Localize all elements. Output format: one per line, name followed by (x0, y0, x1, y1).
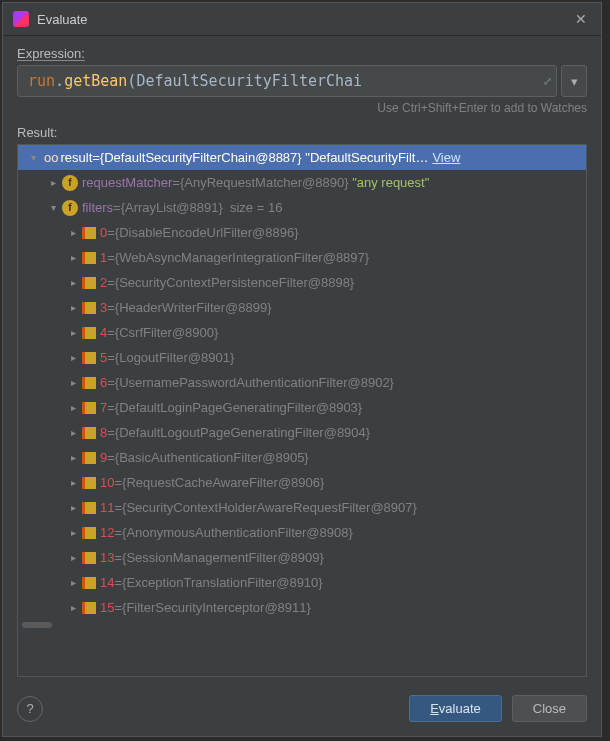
element-icon (82, 502, 96, 514)
chevron-down-icon[interactable] (46, 202, 60, 213)
node-value: {DefaultLogoutPageGeneratingFilter@8904} (115, 425, 370, 440)
glasses-icon: oo (44, 150, 58, 165)
tree-item[interactable]: 14 = {ExceptionTranslationFilter@8910} (18, 570, 586, 595)
eq: = (172, 175, 180, 190)
help-button[interactable]: ? (17, 696, 43, 722)
hint-text: Use Ctrl+Shift+Enter to add to Watches (17, 101, 587, 115)
tree-item[interactable]: 5 = {LogoutFilter@8901} (18, 345, 586, 370)
element-icon (82, 552, 96, 564)
eq: = (114, 475, 122, 490)
expression-input[interactable]: run.getBean(DefaultSecurityFilterChai ⤢ (17, 65, 557, 97)
evaluate-button[interactable]: Evaluate (409, 695, 502, 722)
eq: = (107, 450, 115, 465)
eq: = (107, 350, 115, 365)
node-index: 0 (100, 225, 107, 240)
element-icon (82, 302, 96, 314)
element-icon (82, 452, 96, 464)
eq: = (107, 275, 115, 290)
node-value: {DefaultLoginPageGeneratingFilter@8903} (115, 400, 362, 415)
node-text: "any request" (352, 175, 429, 190)
field-icon: f (62, 175, 78, 191)
element-icon (82, 427, 96, 439)
tree-item[interactable]: 4 = {CsrfFilter@8900} (18, 320, 586, 345)
chevron-right-icon[interactable] (66, 327, 80, 338)
chevron-right-icon[interactable] (66, 402, 80, 413)
chevron-right-icon[interactable] (66, 602, 80, 613)
node-value: {FilterSecurityInterceptor@8911} (122, 600, 311, 615)
eq: = (114, 550, 122, 565)
chevron-right-icon[interactable] (66, 527, 80, 538)
node-size: size = 16 (230, 200, 282, 215)
element-icon (82, 327, 96, 339)
app-icon (13, 11, 29, 27)
tree-item[interactable]: 8 = {DefaultLogoutPageGeneratingFilter@8… (18, 420, 586, 445)
node-index: 9 (100, 450, 107, 465)
eq: = (114, 600, 122, 615)
tree-field-filters[interactable]: f filters = {ArrayList@8891} size = 16 (18, 195, 586, 220)
node-value: {RequestCacheAwareFilter@8906} (122, 475, 324, 490)
chevron-right-icon[interactable] (66, 302, 80, 313)
eq: = (107, 250, 115, 265)
eq: = (114, 525, 122, 540)
close-button[interactable]: Close (512, 695, 587, 722)
eq: = (107, 375, 115, 390)
chevron-right-icon[interactable] (66, 577, 80, 588)
tree-item[interactable]: 7 = {DefaultLoginPageGeneratingFilter@89… (18, 395, 586, 420)
tree-item[interactable]: 10 = {RequestCacheAwareFilter@8906} (18, 470, 586, 495)
chevron-right-icon[interactable] (66, 227, 80, 238)
chevron-right-icon[interactable] (66, 552, 80, 563)
chevron-right-icon[interactable] (66, 377, 80, 388)
node-index: 15 (100, 600, 114, 615)
chevron-right-icon[interactable] (46, 177, 60, 188)
tree-field-requestmatcher[interactable]: f requestMatcher = {AnyRequestMatcher@88… (18, 170, 586, 195)
node-value: {CsrfFilter@8900} (115, 325, 219, 340)
chevron-right-icon[interactable] (66, 252, 80, 263)
expression-history-dropdown[interactable]: ▾ (561, 65, 587, 97)
element-icon (82, 252, 96, 264)
chevron-right-icon[interactable] (66, 352, 80, 363)
element-icon (82, 277, 96, 289)
element-icon (82, 527, 96, 539)
result-tree[interactable]: oo result = {DefaultSecurityFilterChain@… (17, 144, 587, 677)
chevron-right-icon[interactable] (66, 477, 80, 488)
expr-class: DefaultSecurityFilterChai (136, 72, 362, 90)
tree-item[interactable]: 3 = {HeaderWriterFilter@8899} (18, 295, 586, 320)
element-icon (82, 602, 96, 614)
node-index: 5 (100, 350, 107, 365)
tree-item[interactable]: 11 = {SecurityContextHolderAwareRequestF… (18, 495, 586, 520)
tree-item[interactable]: 12 = {AnonymousAuthenticationFilter@8908… (18, 520, 586, 545)
element-icon (82, 227, 96, 239)
tree-item[interactable]: 1 = {WebAsyncManagerIntegrationFilter@88… (18, 245, 586, 270)
result-label: Result: (17, 125, 587, 140)
node-value: {UsernamePasswordAuthenticationFilter@89… (115, 375, 394, 390)
element-icon (82, 377, 96, 389)
node-index: 1 (100, 250, 107, 265)
tree-item[interactable]: 0 = {DisableEncodeUrlFilter@8896} (18, 220, 586, 245)
chevron-down-icon[interactable] (26, 152, 40, 163)
eq: = (107, 425, 115, 440)
expression-label: Expression: (17, 46, 587, 61)
view-link[interactable]: View (432, 150, 460, 165)
tree-item[interactable]: 6 = {UsernamePasswordAuthenticationFilte… (18, 370, 586, 395)
expand-icon[interactable]: ⤢ (543, 75, 552, 88)
node-index: 3 (100, 300, 107, 315)
close-icon[interactable]: ✕ (571, 9, 591, 29)
element-icon (82, 402, 96, 414)
titlebar[interactable]: Evaluate ✕ (3, 3, 601, 36)
chevron-right-icon[interactable] (66, 427, 80, 438)
tree-item[interactable]: 9 = {BasicAuthenticationFilter@8905} (18, 445, 586, 470)
chevron-right-icon[interactable] (66, 452, 80, 463)
tree-item[interactable]: 15 = {FilterSecurityInterceptor@8911} (18, 595, 586, 620)
horizontal-scrollbar[interactable] (18, 620, 586, 630)
tree-item[interactable]: 13 = {SessionManagementFilter@8909} (18, 545, 586, 570)
eq: = (114, 500, 122, 515)
expr-method: getBean (64, 72, 127, 90)
expr-var: run (28, 72, 55, 90)
node-value: {BasicAuthenticationFilter@8905} (115, 450, 309, 465)
expr-dot: . (55, 72, 64, 90)
tree-root[interactable]: oo result = {DefaultSecurityFilterChain@… (18, 145, 586, 170)
chevron-right-icon[interactable] (66, 277, 80, 288)
tree-item[interactable]: 2 = {SecurityContextPersistenceFilter@88… (18, 270, 586, 295)
window-title: Evaluate (37, 12, 571, 27)
chevron-right-icon[interactable] (66, 502, 80, 513)
